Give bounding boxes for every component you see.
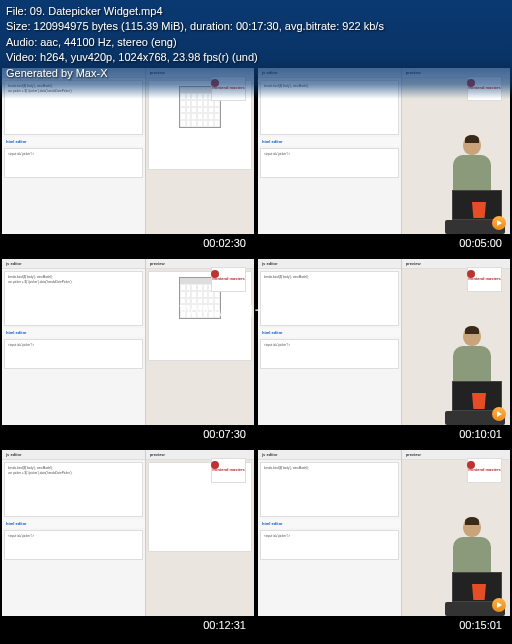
thumbnail-timestamp: 00:12:31	[2, 616, 254, 637]
video-thumbnail[interactable]: js editor kendo.bind($('body'), viewMode…	[2, 259, 254, 425]
thumbnail-timestamp: 00:15:01	[258, 616, 510, 637]
html-editor-label: html editor	[258, 519, 401, 528]
presenter-pane: preview frontend masters	[402, 450, 510, 616]
html-code-area: <input id="picker"/>	[260, 530, 399, 560]
code-area: kendo.bind($('body'), viewModel);	[260, 462, 399, 517]
html-code-area: <input id="picker"/>	[4, 339, 143, 369]
html-code-area: <input id="picker"/>	[260, 339, 399, 369]
html-code-area: <input id="picker"/>	[4, 530, 143, 560]
thumbnail-cell: js editor kendo.bind($('body'), viewMode…	[256, 257, 512, 448]
thumbnail-grid: js editor kendo.bind($('body'), viewMode…	[0, 66, 512, 639]
html-code-area: <input id="picker"/>	[4, 148, 143, 178]
play-button-icon[interactable]	[492, 407, 506, 421]
thumbnail-timestamp: 00:05:00	[258, 234, 510, 255]
file-name-line: File: 09. Datepicker Widget.mp4	[6, 4, 506, 19]
brand-logo: frontend masters	[211, 458, 246, 483]
audio-info-line: Audio: aac, 44100 Hz, stereo (eng)	[6, 35, 506, 50]
html5-badge-icon	[472, 202, 486, 218]
html5-badge-icon	[472, 584, 486, 600]
generated-by-line: Generated by Max-X	[6, 66, 506, 81]
file-info-overlay: File: 09. Datepicker Widget.mp4 Size: 12…	[0, 0, 512, 99]
editor-pane: js editor kendo.bind($('body'), viewMode…	[258, 450, 402, 616]
brand-logo: frontend masters	[467, 458, 502, 483]
html-code-area: <input id="picker"/>	[260, 148, 399, 178]
js-editor-label: js editor	[2, 259, 145, 269]
thumbnail-timestamp: 00:10:01	[258, 425, 510, 446]
js-editor-label: js editor	[2, 450, 145, 460]
html-editor-label: html editor	[2, 328, 145, 337]
file-size-line: Size: 120994975 bytes (115.39 MiB), dura…	[6, 19, 506, 34]
thumbnail-cell: js editor kendo.bind($('body'), viewMode…	[256, 448, 512, 639]
video-thumbnail[interactable]: js editor kendo.bind($('body'), viewMode…	[258, 450, 510, 616]
code-area: kendo.bind($('body'), viewModel);var pic…	[4, 271, 143, 326]
preview-pane: preview frontend masters	[146, 259, 254, 425]
video-thumbnail[interactable]: js editor kendo.bind($('body'), viewMode…	[258, 259, 510, 425]
html-editor-label: html editor	[258, 328, 401, 337]
preview-pane: preview frontend masters	[146, 450, 254, 616]
thumbnail-cell: js editor kendo.bind($('body'), viewMode…	[0, 448, 256, 639]
play-button-icon[interactable]	[492, 598, 506, 612]
play-button-icon[interactable]	[492, 216, 506, 230]
code-area: kendo.bind($('body'), viewModel);var pic…	[4, 462, 143, 517]
code-area: kendo.bind($('body'), viewModel);	[260, 271, 399, 326]
js-editor-label: js editor	[258, 259, 401, 269]
html-editor-label: html editor	[2, 519, 145, 528]
thumbnail-timestamp: 00:07:30	[2, 425, 254, 446]
editor-pane: js editor kendo.bind($('body'), viewMode…	[258, 259, 402, 425]
editor-pane: js editor kendo.bind($('body'), viewMode…	[2, 450, 146, 616]
video-thumbnail[interactable]: js editor kendo.bind($('body'), viewMode…	[2, 450, 254, 616]
presenter-pane: preview frontend masters	[402, 259, 510, 425]
html-editor-label: html editor	[2, 137, 145, 146]
editor-pane: js editor kendo.bind($('body'), viewMode…	[2, 259, 146, 425]
brand-logo: frontend masters	[467, 267, 502, 292]
thumbnail-cell: js editor kendo.bind($('body'), viewMode…	[0, 257, 256, 448]
video-info-line: Video: h264, yuv420p, 1024x768, 23.98 fp…	[6, 50, 506, 65]
thumbnail-timestamp: 00:02:30	[2, 234, 254, 255]
js-editor-label: js editor	[258, 450, 401, 460]
html5-badge-icon	[472, 393, 486, 409]
html-editor-label: html editor	[258, 137, 401, 146]
brand-logo: frontend masters	[211, 267, 246, 292]
